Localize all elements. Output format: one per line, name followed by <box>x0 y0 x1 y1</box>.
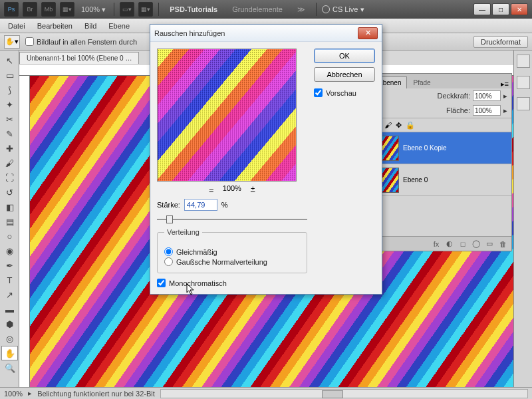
status-info-icon[interactable]: ▸ <box>28 389 32 398</box>
layer-name: Ebene 0 Kopie <box>403 144 447 152</box>
status-zoom[interactable]: 100% <box>4 390 23 398</box>
workspace-psd-tutorials[interactable]: PSD-Tutorials <box>164 3 223 15</box>
lock-position-icon[interactable]: ✥ <box>396 121 402 130</box>
move-tool[interactable]: ↖ <box>1 53 18 68</box>
print-format-button[interactable]: Druckformat <box>473 36 528 48</box>
fx-icon[interactable]: fx <box>432 240 441 248</box>
minibridge-icon[interactable]: Mb <box>41 2 56 17</box>
noise-preview[interactable] <box>157 49 297 182</box>
newlayer-icon[interactable]: ▭ <box>485 239 494 248</box>
scroll-all-windows-checkbox[interactable]: Bildlauf in allen Fenstern durch <box>25 37 137 46</box>
lock-all-icon[interactable]: 🔒 <box>406 121 415 130</box>
cs-live[interactable]: CS Live ▾ <box>322 5 365 14</box>
path-tool[interactable]: ↗ <box>1 287 18 302</box>
distribution-legend: Verteilung <box>164 228 202 236</box>
maximize-button[interactable]: □ <box>492 3 509 15</box>
collapsed-panels <box>513 51 532 387</box>
workspace-more[interactable]: ≫ <box>292 3 311 16</box>
tools-panel: ↖ ▭ ⟆ ✦ ✂ ✎ ✚ 🖌 ⛶ ↺ ◧ ▤ ○ ◉ ✒ T ↗ ▬ ⬢ ◎ … <box>0 51 19 387</box>
bridge-icon[interactable]: Br <box>23 2 37 17</box>
pen-tool[interactable]: ✒ <box>1 258 18 273</box>
minimize-button[interactable]: — <box>473 3 491 15</box>
close-button[interactable]: ✕ <box>511 3 528 15</box>
lock-pixels-icon[interactable]: 🖌 <box>384 121 392 129</box>
panel-menu-icon[interactable]: ▸≡ <box>501 80 509 88</box>
layer-item[interactable]: Ebene 0 Kopie <box>370 132 511 164</box>
arrange-icon[interactable]: ▦▾ <box>60 2 74 17</box>
current-tool-indicator[interactable]: ✋▾ <box>4 35 20 49</box>
zoom-tool[interactable]: 🔍 <box>1 360 18 375</box>
menu-bearbeiten[interactable]: Bearbeiten <box>32 20 78 32</box>
status-message: Belichtung funktioniert nur bei 32-Bit <box>37 390 155 398</box>
zoom-in-button[interactable]: + <box>251 184 255 192</box>
dist-uniform-radio[interactable]: Gleichmäßig <box>164 247 300 256</box>
dist-gaussian-radio[interactable]: Gaußsche Normalverteilung <box>164 257 300 266</box>
add-noise-dialog: Rauschen hinzufügen ✕ – 100% + Stärke: %… <box>150 24 382 295</box>
fill-label: Fläche: <box>446 106 470 114</box>
trash-icon[interactable]: 🗑 <box>498 240 507 248</box>
layers-panel: Ebenen Pfade ▸≡ Deckkraft: 100%▸ Fläche:… <box>369 73 512 251</box>
lock-row: ▦ 🖌 ✥ 🔒 <box>370 118 511 132</box>
screenmode-icon[interactable]: ▭▾ <box>120 2 134 17</box>
menu-ebene[interactable]: Ebene <box>103 20 135 32</box>
dialog-titlebar[interactable]: Rauschen hinzufügen ✕ <box>150 25 382 42</box>
preview-checkbox[interactable]: Vorschau <box>314 88 375 97</box>
adjust-icon[interactable]: □ <box>458 240 467 248</box>
eraser-tool[interactable]: ◧ <box>1 200 18 214</box>
hand-tool[interactable]: ✋ <box>1 346 18 360</box>
ruler-vertical <box>19 76 30 387</box>
panel-icon-2[interactable] <box>517 76 530 89</box>
zoom-percent: 100% <box>223 184 241 192</box>
percent-label: % <box>221 201 228 209</box>
wand-tool[interactable]: ✦ <box>1 97 18 112</box>
zoom-indicator[interactable]: 100% ▾ <box>78 5 108 14</box>
extras-icon[interactable]: ▦▾ <box>138 2 153 17</box>
heal-tool[interactable]: ✚ <box>1 141 18 156</box>
strength-slider[interactable] <box>157 213 307 225</box>
dodge-tool[interactable]: ◉ <box>1 243 18 258</box>
zoom-out-button[interactable]: – <box>209 184 213 192</box>
document-tab[interactable]: Unbenannt-1 bei 100% (Ebene 0 … <box>19 52 139 64</box>
workspace-grundelemente[interactable]: Grundelemente <box>227 3 288 15</box>
3d-camera-tool[interactable]: ◎ <box>1 331 18 346</box>
brush-tool[interactable]: 🖌 <box>1 156 18 170</box>
panel-icon-3[interactable] <box>517 97 530 110</box>
status-bar: 100% ▸ Belichtung funktioniert nur bei 3… <box>0 387 532 399</box>
panel-icon-1[interactable] <box>517 55 530 68</box>
dialog-title: Rauschen hinzufügen <box>154 29 225 37</box>
horizontal-scrollbar[interactable] <box>160 389 528 398</box>
type-tool[interactable]: T <box>1 273 18 287</box>
layers-footer: fx ◐ □ ◯ ▭ 🗑 <box>370 236 511 251</box>
eyedropper-tool[interactable]: ✎ <box>1 126 18 141</box>
app-header: Ps Br Mb ▦▾ 100% ▾ ▭▾ ▦▾ PSD-Tutorials G… <box>0 0 532 19</box>
lasso-tool[interactable]: ⟆ <box>1 82 18 97</box>
stamp-tool[interactable]: ⛶ <box>1 170 18 185</box>
ps-icon[interactable]: Ps <box>4 2 19 17</box>
mask-icon[interactable]: ◐ <box>445 239 454 248</box>
group-icon[interactable]: ◯ <box>471 239 481 248</box>
blur-tool[interactable]: ○ <box>1 229 18 243</box>
ok-button[interactable]: OK <box>314 49 375 63</box>
layer-item[interactable]: Ebene 0 <box>370 164 511 196</box>
monochromatic-checkbox[interactable]: Monochromatisch <box>157 279 307 287</box>
strength-label: Stärke: <box>157 201 180 209</box>
strength-input[interactable] <box>184 199 217 211</box>
distribution-fieldset: Verteilung Gleichmäßig Gaußsche Normalve… <box>157 232 307 273</box>
3d-tool[interactable]: ⬢ <box>1 317 18 331</box>
crop-tool[interactable]: ✂ <box>1 112 18 126</box>
fill-field[interactable]: 100% <box>473 105 501 116</box>
gradient-tool[interactable]: ▤ <box>1 214 18 229</box>
dialog-close-button[interactable]: ✕ <box>358 27 378 39</box>
menu-datei[interactable]: Datei <box>3 20 31 32</box>
opacity-label: Deckkraft: <box>437 92 470 100</box>
history-brush-tool[interactable]: ↺ <box>1 185 18 200</box>
opacity-field[interactable]: 100% <box>473 90 501 101</box>
tab-pfade[interactable]: Pfade <box>407 76 436 88</box>
layer-name: Ebene 0 <box>403 176 428 184</box>
cancel-button[interactable]: Abbrechen <box>314 67 375 82</box>
menu-bild[interactable]: Bild <box>79 20 102 32</box>
marquee-tool[interactable]: ▭ <box>1 68 18 82</box>
shape-tool[interactable]: ▬ <box>1 302 18 317</box>
